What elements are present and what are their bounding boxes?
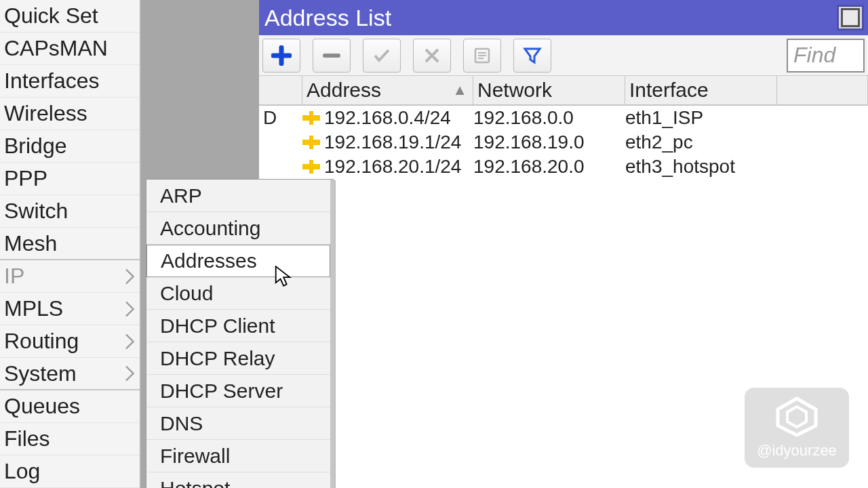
sort-asc-icon: ▲ xyxy=(452,81,473,99)
sidebar-item-mpls[interactable]: MPLS xyxy=(0,293,140,325)
label: Queues xyxy=(4,394,80,419)
maximize-icon[interactable] xyxy=(837,5,864,30)
table-header: Address▲ Network Interface xyxy=(259,76,868,106)
label: IP xyxy=(4,264,24,289)
cell-interface: eth3_hotspot xyxy=(625,156,777,178)
add-button[interactable] xyxy=(262,39,300,73)
label: Log xyxy=(4,459,40,484)
titlebar[interactable]: Address List xyxy=(259,0,868,35)
enable-button[interactable] xyxy=(363,39,401,73)
sidebar-item-capsman[interactable]: CAPsMAN xyxy=(0,33,140,65)
sidebar-item-interfaces[interactable]: Interfaces xyxy=(0,65,140,98)
watermark-text: @idyourzee xyxy=(757,442,837,460)
submenu-item-arp[interactable]: ARP xyxy=(146,180,330,212)
submenu-item-cloud[interactable]: Cloud xyxy=(146,277,330,310)
ip-submenu: ARP Accounting Addresses Cloud DHCP Clie… xyxy=(146,179,334,488)
sidebar-item-system[interactable]: System xyxy=(0,358,140,390)
submenu-item-dns[interactable]: DNS xyxy=(146,407,330,440)
svg-rect-2 xyxy=(309,111,313,125)
cell-network: 192.168.19.0 xyxy=(473,131,625,153)
logo-icon xyxy=(774,396,820,436)
submenu-item-dhcp-client[interactable]: DHCP Client xyxy=(146,310,330,342)
filter-button[interactable] xyxy=(513,39,551,73)
sidebar-item-quick-set[interactable]: Quick Set xyxy=(0,0,140,33)
check-icon xyxy=(372,45,392,66)
submenu-item-addresses[interactable]: Addresses xyxy=(146,245,330,277)
label: PPP xyxy=(4,166,47,191)
label: Switch xyxy=(4,199,68,224)
sidebar-item-ip[interactable]: IP xyxy=(0,260,140,293)
sidebar-item-queues[interactable]: Queues xyxy=(0,390,140,423)
chevron-right-icon xyxy=(125,301,136,317)
find-placeholder: Find xyxy=(793,43,835,68)
sidebar: Quick Set CAPsMAN Interfaces Wireless Br… xyxy=(0,0,141,488)
submenu-item-dhcp-server[interactable]: DHCP Server xyxy=(146,375,330,407)
mouse-cursor-icon xyxy=(273,266,292,287)
address-icon xyxy=(302,136,320,149)
address-icon xyxy=(302,111,320,125)
table-row[interactable]: 192.168.20.1/24 192.168.20.0 eth3_hotspo… xyxy=(259,155,868,179)
chevron-right-icon xyxy=(125,268,136,285)
cell-interface: eth1_ISP xyxy=(625,107,777,129)
sidebar-item-log[interactable]: Log xyxy=(0,455,140,488)
table-row[interactable]: 192.168.19.1/24 192.168.19.0 eth2_pc xyxy=(259,130,868,155)
col-flags[interactable] xyxy=(259,76,302,104)
label: Interfaces xyxy=(4,68,100,94)
note-icon xyxy=(472,45,492,66)
label: Wireless xyxy=(4,101,87,126)
label: Files xyxy=(4,426,50,451)
label: Bridge xyxy=(4,134,67,159)
cell-address: 192.168.20.1/24 xyxy=(324,156,461,178)
cell-address: 192.168.0.4/24 xyxy=(324,107,451,129)
sidebar-item-routing[interactable]: Routing xyxy=(0,325,140,358)
sidebar-item-files[interactable]: Files xyxy=(0,423,140,455)
disable-button[interactable] xyxy=(413,39,451,73)
svg-rect-4 xyxy=(309,136,313,149)
sidebar-item-switch[interactable]: Switch xyxy=(0,195,140,228)
sidebar-item-mesh[interactable]: Mesh xyxy=(0,228,140,260)
chevron-right-icon xyxy=(125,365,136,382)
x-icon xyxy=(422,45,442,66)
plus-icon xyxy=(271,45,292,66)
sidebar-item-wireless[interactable]: Wireless xyxy=(0,98,140,130)
submenu-item-accounting[interactable]: Accounting xyxy=(146,212,330,245)
window-title: Address List xyxy=(264,5,391,31)
sidebar-item-bridge[interactable]: Bridge xyxy=(0,130,140,163)
label: CAPsMAN xyxy=(4,36,108,61)
funnel-icon xyxy=(522,45,542,66)
col-interface[interactable]: Interface xyxy=(625,76,777,104)
submenu-item-dhcp-relay[interactable]: DHCP Relay xyxy=(146,342,330,375)
label: Routing xyxy=(4,329,79,354)
chevron-right-icon xyxy=(125,333,136,350)
label: Quick Set xyxy=(4,3,98,28)
comment-button[interactable] xyxy=(463,39,501,73)
toolbar: Find xyxy=(259,35,868,76)
label: Mesh xyxy=(4,231,57,256)
find-input[interactable]: Find xyxy=(787,39,865,73)
table-row[interactable]: D 192.168.0.4/24 192.168.0.0 eth1_ISP xyxy=(259,106,868,130)
label: MPLS xyxy=(4,296,63,321)
table-body: D 192.168.0.4/24 192.168.0.0 eth1_ISP 19… xyxy=(259,106,868,179)
label: System xyxy=(4,361,77,386)
remove-button[interactable] xyxy=(313,39,351,73)
address-icon xyxy=(302,160,320,174)
cell-address: 192.168.19.1/24 xyxy=(324,131,461,153)
cell-interface: eth2_pc xyxy=(625,131,777,153)
col-spare[interactable] xyxy=(777,76,868,104)
minus-icon xyxy=(321,45,342,66)
cell-flag: D xyxy=(259,107,302,129)
watermark: @idyourzee xyxy=(745,388,849,468)
cell-network: 192.168.20.0 xyxy=(473,156,625,178)
col-address[interactable]: Address▲ xyxy=(302,76,473,104)
submenu-item-firewall[interactable]: Firewall xyxy=(146,440,330,472)
sidebar-item-ppp[interactable]: PPP xyxy=(0,163,140,195)
svg-rect-6 xyxy=(309,160,313,174)
cell-network: 192.168.0.0 xyxy=(473,107,625,129)
col-network[interactable]: Network xyxy=(473,76,625,104)
submenu-item-hotspot[interactable]: Hotspot xyxy=(146,472,330,488)
